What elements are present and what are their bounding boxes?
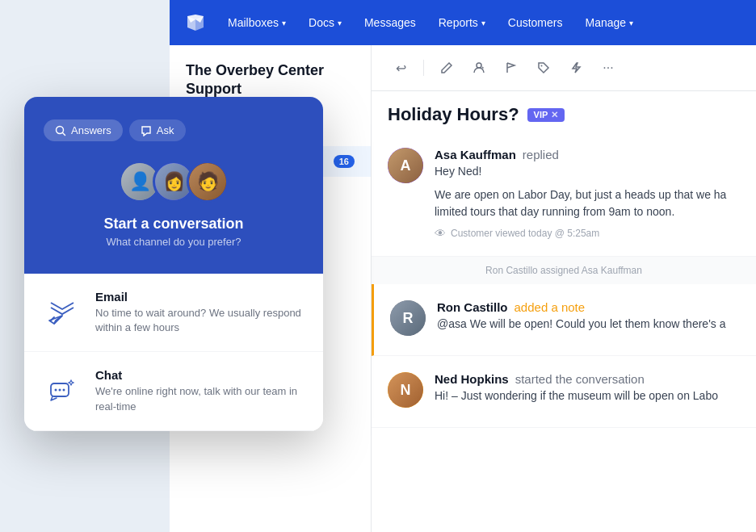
message-body: Hi! – Just wondering if the museum will … <box>435 387 740 404</box>
nav-manage[interactable]: Manage ▾ <box>575 11 643 34</box>
conversation-header: Holiday Hours? VIP ✕ <box>372 91 756 132</box>
avatar: R <box>390 300 426 336</box>
chevron-icon: ▾ <box>629 19 633 27</box>
chat-channel-icon <box>42 371 82 412</box>
svg-point-7 <box>59 388 61 391</box>
chevron-icon: ▾ <box>338 19 342 27</box>
svg-point-8 <box>63 388 65 391</box>
widget-channel-chat[interactable]: Chat We're online right now, talk with o… <box>24 352 323 430</box>
message-body: @asa We will be open! Could you let them… <box>437 316 740 333</box>
unassigned-badge: 16 <box>334 155 355 168</box>
avatar: A <box>388 148 423 183</box>
more-button[interactable]: ··· <box>595 55 621 81</box>
message-body: We are open on Labor Day, but just a hea… <box>435 186 740 220</box>
nav-mailboxes[interactable]: Mailboxes ▾ <box>218 11 296 34</box>
conversation-title: Holiday Hours? <box>388 104 519 125</box>
message-block: R Ron Castillo added a note @asa We will… <box>372 284 756 356</box>
top-navigation: Mailboxes ▾ Docs ▾ Messages Reports ▾ Cu… <box>170 0 756 45</box>
avatar: N <box>388 372 423 408</box>
nav-docs[interactable]: Docs ▾ <box>299 11 351 34</box>
widget-ask-button[interactable]: Ask <box>129 119 186 141</box>
nav-messages[interactable]: Messages <box>355 11 426 34</box>
widget-cta-title: Start a conversation <box>44 216 304 232</box>
lightning-button[interactable] <box>563 55 589 81</box>
chevron-icon: ▾ <box>282 19 286 27</box>
message-content: Ned Hopkins started the conversation Hi!… <box>435 372 740 411</box>
widget-header: Answers Ask 👤 👩 🧑 Start a conversation W… <box>24 97 323 274</box>
conversation-panel: ↩ ··· Holiday Hours? VIP ✕ A <box>372 45 756 532</box>
vip-badge: VIP ✕ <box>527 108 565 122</box>
chevron-icon: ▾ <box>481 19 485 27</box>
system-message: Ron Castillo assigned Asa Kauffman <box>372 257 756 284</box>
tag-button[interactable] <box>531 55 556 81</box>
nav-customers[interactable]: Customers <box>498 11 573 34</box>
email-channel-name: Email <box>95 290 305 304</box>
message-block: A Asa Kauffman replied Hey Ned! We are o… <box>372 132 756 257</box>
email-channel-desc: No time to wait around? We usually respo… <box>95 306 305 335</box>
message-greeting: Hey Ned! <box>435 163 740 180</box>
svg-point-6 <box>55 388 57 391</box>
widget-body: Email No time to wait around? We usually… <box>24 274 323 431</box>
message-author: Ron Castillo added a note <box>437 300 740 314</box>
email-channel-icon <box>42 292 82 333</box>
eye-icon: 👁 <box>435 227 446 240</box>
chat-channel-desc: We're online right now, talk with our te… <box>95 384 305 413</box>
message-block: N Ned Hopkins started the conversation H… <box>372 356 756 428</box>
email-channel-info: Email No time to wait around? We usually… <box>95 290 305 335</box>
chat-widget: Answers Ask 👤 👩 🧑 Start a conversation W… <box>24 97 323 431</box>
edit-button[interactable] <box>434 55 460 81</box>
flag-button[interactable] <box>498 55 524 81</box>
message-content: Asa Kauffman replied Hey Ned! We are ope… <box>435 148 740 240</box>
widget-top-bar: Answers Ask <box>44 119 304 141</box>
svg-point-3 <box>541 65 543 67</box>
vip-remove-button[interactable]: ✕ <box>551 110 558 120</box>
back-button[interactable]: ↩ <box>388 55 414 81</box>
widget-avatars: 👤 👩 🧑 <box>44 161 304 203</box>
chat-channel-name: Chat <box>95 368 305 382</box>
svg-point-2 <box>477 63 481 68</box>
messages-area: A Asa Kauffman replied Hey Ned! We are o… <box>372 132 756 532</box>
chat-channel-info: Chat We're online right now, talk with o… <box>95 368 305 413</box>
divider <box>423 60 424 76</box>
widget-answers-button[interactable]: Answers <box>44 119 123 141</box>
message-meta: 👁 Customer viewed today @ 5:25am <box>435 227 740 240</box>
message-author: Asa Kauffman replied <box>435 148 740 161</box>
message-author: Ned Hopkins started the conversation <box>435 372 740 386</box>
message-content: Ron Castillo added a note @asa We will b… <box>437 300 740 339</box>
widget-avatar-3: 🧑 <box>187 161 229 203</box>
assign-button[interactable] <box>466 55 492 81</box>
widget-channel-email[interactable]: Email No time to wait around? We usually… <box>24 274 323 352</box>
conversation-toolbar: ↩ ··· <box>372 45 756 91</box>
widget-cta-subtitle: What channel do you prefer? <box>44 236 304 248</box>
app-logo[interactable] <box>183 10 208 36</box>
nav-reports[interactable]: Reports ▾ <box>429 11 495 34</box>
